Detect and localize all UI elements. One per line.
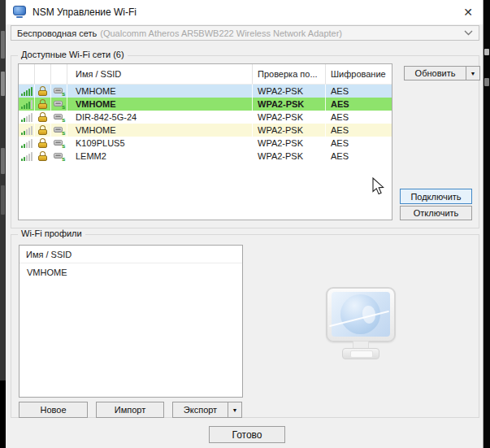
network-encryption: AES: [326, 98, 392, 111]
adapter-combobox-label: Беспроводная сеть: [17, 28, 97, 38]
column-auth[interactable]: Проверка по...: [253, 64, 326, 84]
close-icon[interactable]: ✕: [453, 0, 483, 24]
device-icon: s: [54, 151, 65, 161]
signal-icon: [21, 126, 33, 135]
network-auth: WPA2-PSK: [253, 98, 326, 111]
device-icon: s: [54, 138, 65, 148]
signal-icon: [21, 152, 33, 161]
device-badge: s: [62, 117, 65, 124]
background-window-fragment: [1, 185, 5, 215]
networks-table-header: Имя / SSID Проверка по... Шифрование: [19, 64, 392, 85]
profile-list-header: Имя / SSID: [20, 246, 242, 263]
new-profile-button[interactable]: Новое: [19, 402, 88, 418]
network-ssid: LEMM2: [67, 150, 253, 163]
disconnect-button[interactable]: Отключить: [400, 206, 472, 220]
mouse-cursor: [372, 177, 385, 196]
lock-icon: [38, 138, 47, 148]
device-icon: s: [54, 125, 65, 135]
column-type: [51, 64, 67, 84]
title-bar: NSM Управление Wi-Fi ✕: [6, 0, 483, 24]
device-badge: s: [62, 143, 65, 150]
background-dark-area: [0, 381, 6, 448]
network-row[interactable]: s DIR-842-5G-24 WPA2-PSK AES: [19, 111, 392, 124]
signal-icon: [21, 100, 33, 109]
networks-table[interactable]: Имя / SSID Проверка по... Шифрование s V…: [18, 63, 392, 220]
lock-icon: [38, 151, 47, 161]
network-auth: WPA2-PSK: [253, 111, 326, 124]
column-ssid[interactable]: Имя / SSID: [67, 64, 253, 84]
device-icon: s: [54, 99, 65, 109]
network-encryption: AES: [326, 137, 392, 150]
profile-list[interactable]: Имя / SSID VMHOME: [19, 245, 243, 398]
background-window-fragment: [1, 148, 5, 174]
chevron-down-icon: [464, 30, 473, 36]
adapter-combobox[interactable]: Беспроводная сеть (Qualcomm Atheros AR5B…: [11, 25, 479, 41]
network-row[interactable]: s LEMM2 WPA2-PSK AES: [19, 150, 392, 163]
network-ssid: VMHOME: [67, 85, 253, 98]
network-rows: s VMHOME WPA2-PSK AES s VMHOME WPA2-PSK …: [19, 85, 392, 163]
network-encryption: AES: [326, 124, 392, 137]
lock-icon: [38, 99, 47, 109]
connect-button[interactable]: Подключить: [400, 189, 472, 204]
background-window-fragment: [484, 49, 489, 55]
signal-icon: [21, 113, 33, 122]
background-window-fragment: [1, 31, 5, 59]
export-button[interactable]: Экспорт ▼: [172, 402, 242, 418]
network-auth: WPA2-PSK: [253, 124, 326, 137]
network-row[interactable]: s VMHOME WPA2-PSK AES: [19, 98, 392, 111]
device-badge: s: [62, 91, 65, 98]
refresh-dropdown-icon[interactable]: ▼: [466, 67, 479, 80]
column-signal: [19, 64, 35, 84]
refresh-button[interactable]: Обновить ▼: [404, 66, 480, 80]
lock-icon: [38, 112, 47, 122]
lock-icon: [38, 125, 47, 135]
network-encryption: AES: [326, 111, 392, 124]
profile-list-items: VMHOME: [20, 265, 242, 280]
import-button[interactable]: Импорт: [96, 402, 164, 418]
background-window-fragment: [1, 72, 5, 96]
desktop-right-strip: [483, 0, 490, 448]
network-auth: WPA2-PSK: [253, 85, 326, 98]
available-networks-title: Доступные Wi-Fi сети (6): [18, 50, 128, 59]
device-badge: s: [62, 156, 65, 163]
wifi-profiles-title: Wi-Fi профили: [18, 228, 85, 238]
profile-list-item[interactable]: VMHOME: [20, 265, 242, 280]
device-badge: s: [62, 130, 65, 137]
network-row[interactable]: s VMHOME WPA2-PSK AES: [19, 124, 392, 137]
nsm-wifi-dialog: NSM Управление Wi-Fi ✕ Беспроводная сеть…: [6, 0, 483, 448]
network-ssid: VMHOME: [67, 98, 253, 111]
network-auth: WPA2-PSK: [253, 137, 326, 150]
refresh-button-label: Обновить: [405, 67, 466, 80]
device-icon: s: [54, 112, 65, 122]
adapter-combobox-value: (Qualcomm Atheros AR5BWB222 Wireless Net…: [100, 28, 461, 38]
network-row[interactable]: s VMHOME WPA2-PSK AES: [19, 85, 392, 98]
network-ssid: VMHOME: [67, 124, 253, 137]
wifi-profiles-group: Wi-Fi профили Имя / SSID VMHOME Новое Им…: [11, 234, 479, 418]
signal-icon: [21, 139, 33, 148]
window-title: NSM Управление Wi-Fi: [33, 7, 137, 18]
device-badge: s: [62, 104, 65, 111]
network-encryption: AES: [326, 85, 392, 98]
network-encryption: AES: [326, 150, 392, 163]
network-auth: WPA2-PSK: [253, 150, 326, 163]
background-window-fragment: [484, 78, 489, 86]
signal-icon: [21, 87, 33, 96]
desktop-left-strip: [0, 0, 6, 448]
network-watermark-icon: [319, 287, 404, 368]
network-ssid: DIR-842-5G-24: [67, 111, 253, 124]
done-button[interactable]: Готово: [209, 426, 285, 443]
export-button-label: Экспорт: [173, 402, 228, 417]
app-icon: [13, 6, 26, 19]
lock-icon: [38, 86, 47, 96]
column-encryption[interactable]: Шифрование: [326, 64, 392, 84]
device-icon: s: [54, 86, 65, 96]
network-ssid: K109PLUS5: [67, 137, 253, 150]
export-dropdown-icon[interactable]: ▼: [228, 402, 241, 417]
column-security: [35, 64, 51, 84]
network-row[interactable]: s K109PLUS5 WPA2-PSK AES: [19, 137, 392, 150]
